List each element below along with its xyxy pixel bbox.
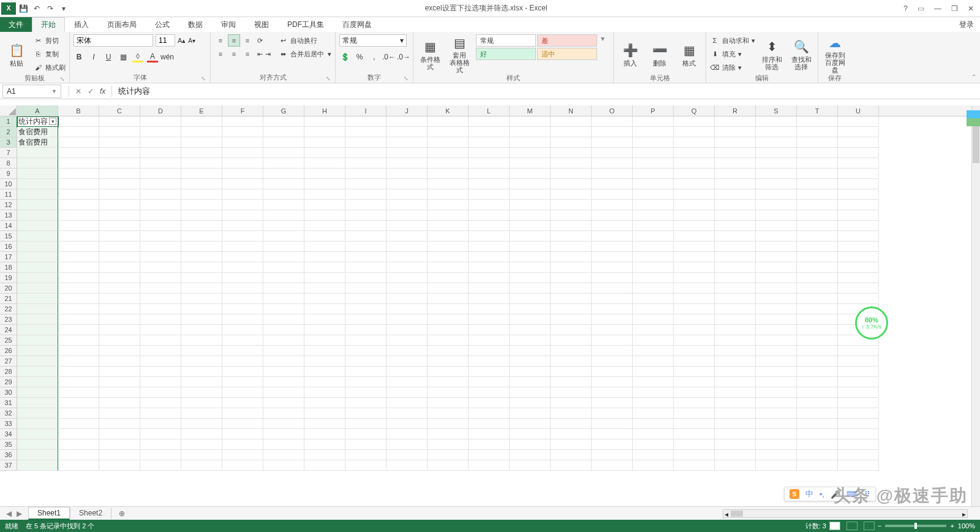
cell-J22[interactable]: [386, 304, 428, 314]
cell-U2[interactable]: [838, 127, 879, 137]
row-header-14[interactable]: 14: [0, 221, 17, 231]
cell-S37[interactable]: [756, 460, 797, 471]
cell-R34[interactable]: [715, 429, 756, 439]
cell-M26[interactable]: [510, 346, 551, 356]
cell-R27[interactable]: [715, 356, 756, 367]
cell-F35[interactable]: [222, 439, 263, 450]
cell-L14[interactable]: [469, 221, 510, 231]
cell-E22[interactable]: [181, 304, 222, 314]
cell-L15[interactable]: [469, 231, 510, 241]
dec-decimal-button[interactable]: .0→: [398, 51, 409, 63]
cell-G29[interactable]: [263, 377, 304, 387]
cell-N10[interactable]: [551, 179, 592, 189]
accounting-button[interactable]: 💲: [339, 51, 350, 63]
cell-O13[interactable]: [592, 210, 633, 221]
cell-Q35[interactable]: [674, 439, 715, 450]
cell-Q24[interactable]: [674, 325, 715, 335]
italic-button[interactable]: I: [88, 51, 99, 63]
cell-E37[interactable]: [181, 460, 222, 471]
cell-E16[interactable]: [181, 241, 222, 252]
cell-P22[interactable]: [633, 304, 674, 314]
cell-I11[interactable]: [345, 189, 386, 200]
cell-G22[interactable]: [263, 304, 304, 314]
cell-L19[interactable]: [469, 273, 510, 283]
wrap-text-button[interactable]: ↩自动换行: [278, 34, 331, 47]
cell-Q13[interactable]: [674, 210, 715, 221]
side-flag-icon[interactable]: [967, 110, 980, 126]
cell-H25[interactable]: [304, 335, 345, 346]
cell-A2[interactable]: 食宿费用: [17, 127, 58, 137]
cell-U29[interactable]: [838, 377, 879, 387]
cell-J24[interactable]: [386, 325, 428, 335]
cell-U36[interactable]: [838, 450, 879, 460]
row-header-10[interactable]: 10: [0, 179, 17, 189]
cell-D19[interactable]: [140, 273, 181, 283]
col-header-U[interactable]: U: [838, 105, 879, 116]
cell-A11[interactable]: [17, 189, 58, 200]
cell-D20[interactable]: [140, 283, 181, 294]
row-header-24[interactable]: 24: [0, 325, 17, 335]
cell-F33[interactable]: [222, 419, 263, 429]
cell-C30[interactable]: [99, 387, 140, 398]
cell-G37[interactable]: [263, 460, 304, 471]
font-name-input[interactable]: [74, 34, 153, 47]
cell-A19[interactable]: [17, 273, 58, 283]
cell-H18[interactable]: [304, 262, 345, 273]
cell-B17[interactable]: [58, 252, 99, 262]
align-top-center[interactable]: ≡: [228, 34, 240, 47]
cell-T12[interactable]: [797, 200, 838, 210]
cell-U18[interactable]: [838, 262, 879, 273]
cell-F27[interactable]: [222, 356, 263, 367]
cell-B37[interactable]: [58, 460, 99, 471]
cell-F20[interactable]: [222, 283, 263, 294]
cell-E25[interactable]: [181, 335, 222, 346]
row-header-35[interactable]: 35: [0, 439, 17, 450]
cell-J13[interactable]: [386, 210, 428, 221]
cell-O2[interactable]: [592, 127, 633, 137]
cell-U32[interactable]: [838, 408, 879, 419]
cell-E24[interactable]: [181, 325, 222, 335]
cell-R16[interactable]: [715, 241, 756, 252]
cell-A23[interactable]: [17, 314, 58, 325]
fill-button[interactable]: ⬇填充▾: [710, 48, 755, 60]
cell-U7[interactable]: [838, 148, 879, 158]
cell-E13[interactable]: [181, 210, 222, 221]
cell-Q15[interactable]: [674, 231, 715, 241]
cell-L3[interactable]: [469, 137, 510, 148]
vertical-scrollbar[interactable]: [971, 105, 980, 506]
cell-N24[interactable]: [551, 325, 592, 335]
cell-G3[interactable]: [263, 137, 304, 148]
restore-icon[interactable]: ❐: [951, 4, 958, 13]
cell-B29[interactable]: [58, 377, 99, 387]
cell-N11[interactable]: [551, 189, 592, 200]
underline-button[interactable]: U: [103, 51, 114, 63]
cell-M17[interactable]: [510, 252, 551, 262]
cell-S21[interactable]: [756, 294, 797, 304]
cell-C34[interactable]: [99, 429, 140, 439]
cell-O3[interactable]: [592, 137, 633, 148]
cell-B9[interactable]: [58, 169, 99, 179]
cell-I10[interactable]: [345, 179, 386, 189]
cell-K21[interactable]: [428, 294, 469, 304]
view-layout-button[interactable]: [846, 522, 858, 530]
cell-K32[interactable]: [428, 408, 469, 419]
cell-C9[interactable]: [99, 169, 140, 179]
cell-C37[interactable]: [99, 460, 140, 471]
cell-T27[interactable]: [797, 356, 838, 367]
cell-M27[interactable]: [510, 356, 551, 367]
cell-O31[interactable]: [592, 398, 633, 408]
cell-T16[interactable]: [797, 241, 838, 252]
cell-U12[interactable]: [838, 200, 879, 210]
chevron-down-icon[interactable]: ▼: [51, 88, 57, 94]
cell-C18[interactable]: [99, 262, 140, 273]
align-bottom-left[interactable]: ≡: [214, 48, 227, 60]
cell-R8[interactable]: [715, 158, 756, 169]
cell-I24[interactable]: [345, 325, 386, 335]
cell-N18[interactable]: [551, 262, 592, 273]
cell-T33[interactable]: [797, 419, 838, 429]
align-bottom-right[interactable]: ≡: [241, 48, 254, 60]
cell-N12[interactable]: [551, 200, 592, 210]
cell-D10[interactable]: [140, 179, 181, 189]
cell-Q36[interactable]: [674, 450, 715, 460]
col-header-R[interactable]: R: [715, 105, 756, 116]
